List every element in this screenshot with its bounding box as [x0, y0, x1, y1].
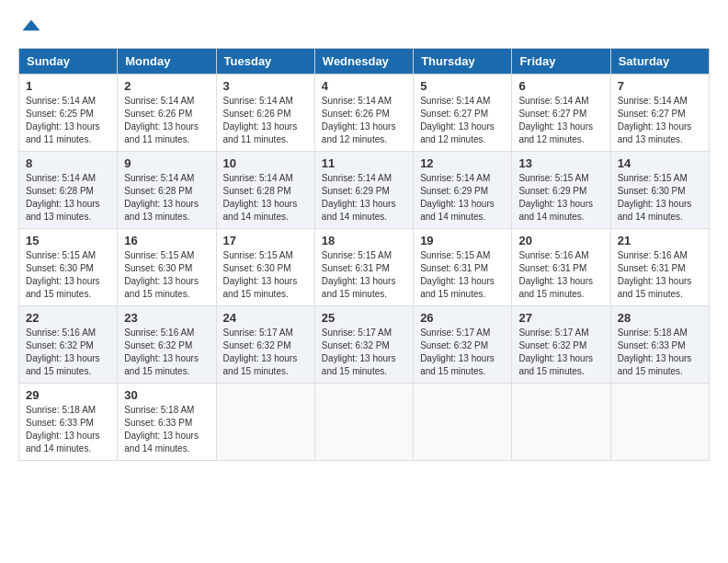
- calendar-day-cell: 27 Sunrise: 5:17 AM Sunset: 6:32 PM Dayl…: [512, 306, 610, 384]
- day-info: Sunrise: 5:14 AM Sunset: 6:28 PM Dayligh…: [124, 172, 209, 224]
- calendar-day-cell: 10 Sunrise: 5:14 AM Sunset: 6:28 PM Dayl…: [216, 152, 314, 229]
- day-info: Sunrise: 5:15 AM Sunset: 6:31 PM Dayligh…: [420, 249, 505, 301]
- day-number: 13: [518, 156, 603, 170]
- day-number: 18: [322, 234, 406, 247]
- calendar-day-cell: 2 Sunrise: 5:14 AM Sunset: 6:26 PM Dayli…: [118, 75, 216, 152]
- day-number: 29: [26, 388, 110, 402]
- day-info: Sunrise: 5:16 AM Sunset: 6:31 PM Dayligh…: [618, 249, 702, 301]
- day-info: Sunrise: 5:15 AM Sunset: 6:31 PM Dayligh…: [322, 249, 406, 301]
- day-number: 4: [322, 79, 406, 93]
- calendar-week-row: 15 Sunrise: 5:15 AM Sunset: 6:30 PM Dayl…: [19, 229, 710, 306]
- day-number: 6: [518, 79, 603, 93]
- day-info: Sunrise: 5:14 AM Sunset: 6:29 PM Dayligh…: [420, 172, 505, 224]
- day-number: 8: [26, 156, 110, 170]
- day-info: Sunrise: 5:16 AM Sunset: 6:32 PM Dayligh…: [26, 327, 110, 378]
- calendar-day-cell: 1 Sunrise: 5:14 AM Sunset: 6:25 PM Dayli…: [19, 75, 118, 152]
- calendar-day-cell: 7 Sunrise: 5:14 AM Sunset: 6:27 PM Dayli…: [610, 75, 709, 152]
- day-number: 23: [124, 311, 209, 325]
- calendar-header-row: SundayMondayTuesdayWednesdayThursdayFrid…: [19, 49, 710, 75]
- calendar-header-cell: Sunday: [19, 49, 118, 75]
- calendar-day-cell: 29 Sunrise: 5:18 AM Sunset: 6:33 PM Dayl…: [19, 384, 118, 461]
- day-number: 26: [420, 311, 505, 325]
- day-info: Sunrise: 5:14 AM Sunset: 6:27 PM Dayligh…: [518, 95, 603, 146]
- day-info: Sunrise: 5:17 AM Sunset: 6:32 PM Dayligh…: [322, 327, 406, 378]
- logo: [18, 18, 41, 39]
- day-info: Sunrise: 5:14 AM Sunset: 6:27 PM Dayligh…: [420, 95, 505, 146]
- calendar-day-cell: 6 Sunrise: 5:14 AM Sunset: 6:27 PM Dayli…: [512, 75, 610, 152]
- day-info: Sunrise: 5:18 AM Sunset: 6:33 PM Dayligh…: [618, 327, 702, 378]
- calendar-day-cell: [216, 384, 314, 461]
- day-number: 24: [223, 311, 308, 325]
- day-number: 14: [618, 156, 702, 170]
- calendar-day-cell: 23 Sunrise: 5:16 AM Sunset: 6:32 PM Dayl…: [118, 306, 216, 384]
- calendar-header-cell: Wednesday: [314, 49, 413, 75]
- day-number: 3: [223, 79, 308, 93]
- calendar-day-cell: 24 Sunrise: 5:17 AM Sunset: 6:32 PM Dayl…: [216, 306, 314, 384]
- day-info: Sunrise: 5:16 AM Sunset: 6:31 PM Dayligh…: [518, 249, 603, 301]
- calendar-week-row: 29 Sunrise: 5:18 AM Sunset: 6:33 PM Dayl…: [19, 384, 710, 461]
- day-number: 15: [26, 234, 110, 247]
- calendar-header-cell: Tuesday: [216, 49, 314, 75]
- day-number: 1: [26, 79, 110, 93]
- calendar-day-cell: 5 Sunrise: 5:14 AM Sunset: 6:27 PM Dayli…: [414, 75, 512, 152]
- calendar-table: SundayMondayTuesdayWednesdayThursdayFrid…: [18, 48, 710, 461]
- day-info: Sunrise: 5:14 AM Sunset: 6:26 PM Dayligh…: [223, 95, 308, 146]
- day-number: 10: [223, 156, 308, 170]
- day-info: Sunrise: 5:14 AM Sunset: 6:27 PM Dayligh…: [618, 95, 702, 146]
- calendar-day-cell: 28 Sunrise: 5:18 AM Sunset: 6:33 PM Dayl…: [610, 306, 709, 384]
- calendar-day-cell: 8 Sunrise: 5:14 AM Sunset: 6:28 PM Dayli…: [19, 152, 118, 229]
- calendar-day-cell: 30 Sunrise: 5:18 AM Sunset: 6:33 PM Dayl…: [118, 384, 216, 461]
- calendar-day-cell: 26 Sunrise: 5:17 AM Sunset: 6:32 PM Dayl…: [414, 306, 512, 384]
- day-number: 2: [124, 79, 209, 93]
- day-number: 21: [618, 234, 702, 247]
- calendar-day-cell: [414, 384, 512, 461]
- day-info: Sunrise: 5:14 AM Sunset: 6:28 PM Dayligh…: [223, 172, 308, 224]
- calendar-day-cell: 16 Sunrise: 5:15 AM Sunset: 6:30 PM Dayl…: [118, 229, 216, 306]
- calendar-day-cell: 17 Sunrise: 5:15 AM Sunset: 6:30 PM Dayl…: [216, 229, 314, 306]
- calendar-day-cell: 4 Sunrise: 5:14 AM Sunset: 6:26 PM Dayli…: [314, 75, 413, 152]
- calendar-day-cell: 21 Sunrise: 5:16 AM Sunset: 6:31 PM Dayl…: [610, 229, 709, 306]
- calendar-day-cell: 12 Sunrise: 5:14 AM Sunset: 6:29 PM Dayl…: [414, 152, 512, 229]
- day-info: Sunrise: 5:15 AM Sunset: 6:30 PM Dayligh…: [223, 249, 308, 301]
- day-info: Sunrise: 5:18 AM Sunset: 6:33 PM Dayligh…: [124, 404, 209, 455]
- day-info: Sunrise: 5:14 AM Sunset: 6:26 PM Dayligh…: [322, 95, 406, 146]
- day-number: 16: [124, 234, 209, 247]
- page-header: [18, 18, 710, 39]
- calendar-week-row: 8 Sunrise: 5:14 AM Sunset: 6:28 PM Dayli…: [19, 152, 710, 229]
- calendar-week-row: 1 Sunrise: 5:14 AM Sunset: 6:25 PM Dayli…: [19, 75, 710, 152]
- calendar-day-cell: 22 Sunrise: 5:16 AM Sunset: 6:32 PM Dayl…: [19, 306, 118, 384]
- day-number: 20: [518, 234, 603, 247]
- calendar-day-cell: 20 Sunrise: 5:16 AM Sunset: 6:31 PM Dayl…: [512, 229, 610, 306]
- day-number: 28: [618, 311, 702, 325]
- calendar-header-cell: Friday: [512, 49, 610, 75]
- day-number: 22: [26, 311, 110, 325]
- calendar-day-cell: 25 Sunrise: 5:17 AM Sunset: 6:32 PM Dayl…: [314, 306, 413, 384]
- day-number: 27: [518, 311, 603, 325]
- calendar-day-cell: 11 Sunrise: 5:14 AM Sunset: 6:29 PM Dayl…: [314, 152, 413, 229]
- calendar-day-cell: 18 Sunrise: 5:15 AM Sunset: 6:31 PM Dayl…: [314, 229, 413, 306]
- calendar-day-cell: 14 Sunrise: 5:15 AM Sunset: 6:30 PM Dayl…: [610, 152, 709, 229]
- day-number: 9: [124, 156, 209, 170]
- calendar-day-cell: [314, 384, 413, 461]
- day-info: Sunrise: 5:17 AM Sunset: 6:32 PM Dayligh…: [518, 327, 603, 378]
- day-number: 12: [420, 156, 505, 170]
- day-number: 25: [322, 311, 406, 325]
- day-info: Sunrise: 5:15 AM Sunset: 6:30 PM Dayligh…: [26, 249, 110, 301]
- calendar-week-row: 22 Sunrise: 5:16 AM Sunset: 6:32 PM Dayl…: [19, 306, 710, 384]
- calendar-day-cell: 3 Sunrise: 5:14 AM Sunset: 6:26 PM Dayli…: [216, 75, 314, 152]
- day-info: Sunrise: 5:15 AM Sunset: 6:30 PM Dayligh…: [618, 172, 702, 224]
- day-info: Sunrise: 5:14 AM Sunset: 6:29 PM Dayligh…: [322, 172, 406, 224]
- calendar-day-cell: 13 Sunrise: 5:15 AM Sunset: 6:29 PM Dayl…: [512, 152, 610, 229]
- calendar-header-cell: Monday: [118, 49, 216, 75]
- calendar-header-cell: Thursday: [414, 49, 512, 75]
- day-info: Sunrise: 5:16 AM Sunset: 6:32 PM Dayligh…: [124, 327, 209, 378]
- calendar-day-cell: [610, 384, 709, 461]
- day-info: Sunrise: 5:14 AM Sunset: 6:25 PM Dayligh…: [26, 95, 110, 146]
- day-number: 7: [618, 79, 702, 93]
- day-info: Sunrise: 5:15 AM Sunset: 6:30 PM Dayligh…: [124, 249, 209, 301]
- calendar-day-cell: 15 Sunrise: 5:15 AM Sunset: 6:30 PM Dayl…: [19, 229, 118, 306]
- day-number: 5: [420, 79, 505, 93]
- calendar-day-cell: [512, 384, 610, 461]
- day-info: Sunrise: 5:18 AM Sunset: 6:33 PM Dayligh…: [26, 404, 110, 455]
- calendar-day-cell: 9 Sunrise: 5:14 AM Sunset: 6:28 PM Dayli…: [118, 152, 216, 229]
